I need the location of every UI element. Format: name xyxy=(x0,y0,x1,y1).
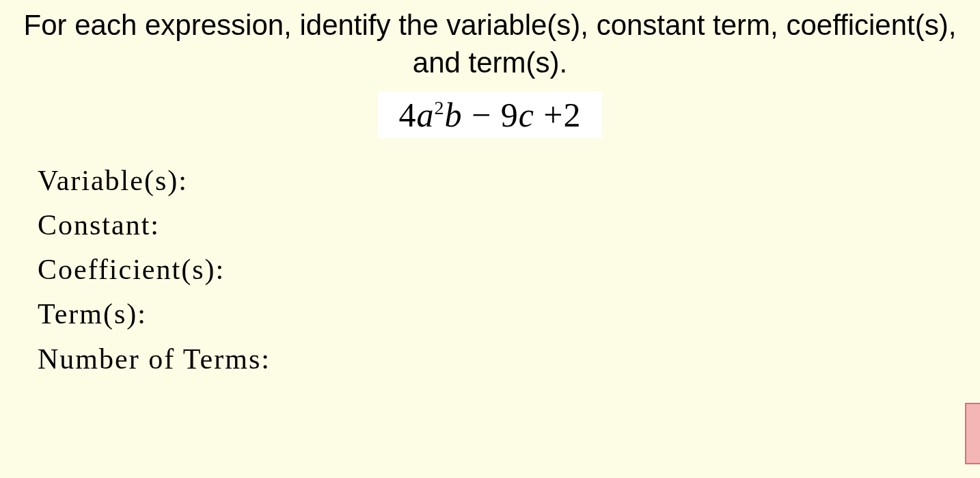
expression-container: 4a2b − 9c +2 xyxy=(0,92,980,138)
expr-constant: 2 xyxy=(564,96,582,134)
expr-coeff-1: 4 xyxy=(398,96,416,134)
field-num-terms: Number of Terms: xyxy=(38,337,980,382)
expr-op-minus: − xyxy=(462,96,500,134)
expr-op-plus: + xyxy=(534,96,564,134)
field-terms: Term(s): xyxy=(38,292,980,336)
expr-var-a: a xyxy=(416,96,434,134)
corner-decoration xyxy=(965,403,980,464)
answer-fields: Variable(s): Constant: Coefficient(s): T… xyxy=(0,159,980,381)
expr-exponent: 2 xyxy=(434,98,444,119)
math-expression: 4a2b − 9c +2 xyxy=(378,92,601,138)
instruction-text: For each expression, identify the variab… xyxy=(0,0,980,81)
field-coefficients: Coefficient(s): xyxy=(38,248,980,292)
expr-coeff-2: 9 xyxy=(501,96,519,134)
field-constant: Constant: xyxy=(38,203,980,248)
expr-var-c: c xyxy=(519,96,534,134)
expr-var-b: b xyxy=(444,96,462,134)
field-variables: Variable(s): xyxy=(38,159,980,203)
